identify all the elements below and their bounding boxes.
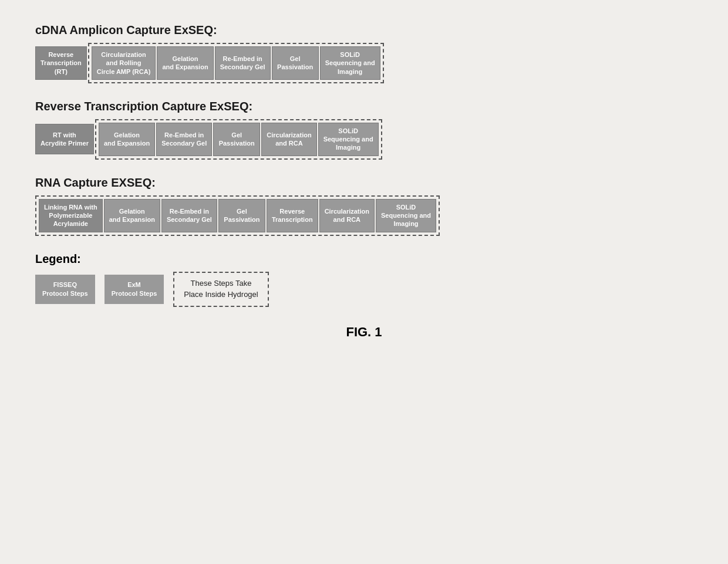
cdna-section: cDNA Amplicon Capture ExSEQ: ReverseTran…: [35, 23, 693, 83]
rt-step-0: RT withAcrydite Primer: [35, 124, 94, 154]
legend-dashed-box: These Steps TakePlace Inside Hydrogel: [173, 272, 268, 307]
rt-step-1: Gelationand Expansion: [99, 123, 155, 156]
rt-step-2: Re-Embed inSecondary Gel: [156, 123, 212, 156]
rt-flow: RT withAcrydite Primer Gelationand Expan…: [35, 119, 693, 160]
cdna-title: cDNA Amplicon Capture ExSEQ:: [35, 23, 693, 37]
rt-title: Reverse Transcription Capture ExSEQ:: [35, 100, 693, 113]
rt-step-3: GelPassivation: [213, 123, 260, 156]
cdna-step-4: GelPassivation: [272, 46, 319, 80]
cdna-flow: ReverseTranscription(RT) Circularization…: [35, 43, 693, 83]
legend-exm: ExMProtocol Steps: [105, 275, 164, 304]
rna-dashed-box: Linking RNA withPolymerizableAcrylamide …: [35, 195, 440, 236]
rna-step-1: Gelationand Expansion: [104, 199, 160, 232]
rna-step-4: ReverseTranscription: [267, 199, 318, 232]
cdna-dashed-box: Circularizationand RollingCircle AMP (RC…: [88, 43, 384, 83]
fig-label: FIG. 1: [35, 325, 693, 340]
rna-step-5: Circularizationand RCA: [319, 199, 375, 232]
cdna-step-5: SOLiDSequencing andImaging: [320, 46, 380, 80]
legend-section: Legend: FISSEQProtocol Steps ExMProtocol…: [35, 252, 693, 307]
rna-step-6: SOLiDSequencing andImaging: [376, 199, 436, 232]
rna-step-3: GelPassivation: [218, 199, 265, 232]
rt-section: Reverse Transcription Capture ExSEQ: RT …: [35, 100, 693, 160]
legend-row: FISSEQProtocol Steps ExMProtocol Steps T…: [35, 272, 693, 307]
rt-step-4: Circularizationand RCA: [261, 123, 316, 156]
rna-title: RNA Capture EXSEQ:: [35, 176, 693, 190]
cdna-step-3: Re-Embed inSecondary Gel: [215, 46, 271, 80]
rna-step-0: Linking RNA withPolymerizableAcrylamide: [39, 199, 103, 232]
rt-step-5: SOLiDSequencing andImaging: [318, 123, 379, 156]
page: cDNA Amplicon Capture ExSEQ: ReverseTran…: [0, 0, 728, 564]
rna-step-2: Re-Embed inSecondary Gel: [161, 199, 217, 232]
rna-section: RNA Capture EXSEQ: Linking RNA withPolym…: [35, 176, 693, 236]
legend-title: Legend:: [35, 252, 693, 266]
rt-dashed-box: Gelationand Expansion Re-Embed inSeconda…: [95, 119, 382, 160]
cdna-step-1: Circularizationand RollingCircle AMP (RC…: [92, 46, 156, 80]
cdna-step-0: ReverseTranscription(RT): [35, 46, 87, 80]
cdna-step-2: Gelationand Expansion: [157, 46, 213, 80]
legend-fisseq: FISSEQProtocol Steps: [35, 275, 95, 304]
rna-flow: Linking RNA withPolymerizableAcrylamide …: [35, 195, 693, 236]
